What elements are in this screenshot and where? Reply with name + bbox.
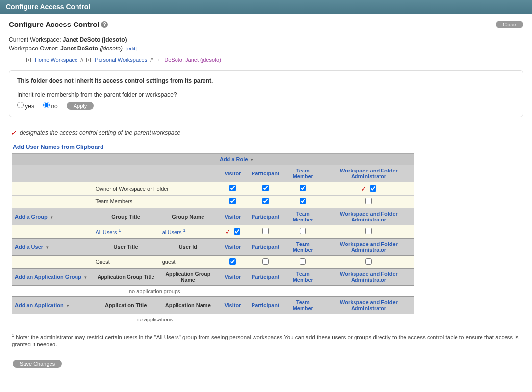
- expand-icon[interactable]: +: [26, 58, 31, 62]
- help-icon[interactable]: ?: [101, 21, 108, 28]
- guest-visitor-checkbox[interactable]: [229, 258, 236, 265]
- app-empty-row: --no applications--: [12, 314, 414, 325]
- group-section-header: Add a Group ▾ Group Title Group Name Vis…: [12, 208, 414, 225]
- user-title: Guest: [92, 255, 159, 268]
- role-visitor-header[interactable]: Visitor: [217, 165, 249, 182]
- sort-icon[interactable]: ▾: [46, 245, 49, 250]
- appgroup-section-header: Add an Application Group ▾ Application G…: [12, 268, 414, 285]
- role-admin-header[interactable]: Workspace and Folder Administrator: [324, 238, 414, 255]
- add-user-link[interactable]: Add a User: [15, 244, 43, 250]
- user-id: guest: [159, 255, 217, 268]
- team-participant-checkbox[interactable]: [262, 198, 269, 204]
- role-visitor-header[interactable]: Visitor: [217, 238, 249, 255]
- role-teammember-header[interactable]: Team Member: [282, 268, 324, 285]
- role-participant-header[interactable]: Participant: [249, 268, 282, 285]
- principal-label: Owner of Workspace or Folder: [92, 182, 216, 195]
- breadcrumb-current[interactable]: DeSoto, Janet (jdesoto): [164, 56, 221, 64]
- window-title: Configure Access Control: [6, 3, 90, 11]
- current-workspace-label: Current Workspace:: [9, 36, 61, 43]
- close-button[interactable]: Close: [496, 21, 523, 28]
- workspace-owner-user: (jdesoto): [100, 45, 123, 52]
- sort-icon[interactable]: ▾: [84, 275, 87, 280]
- expand-icon[interactable]: +: [86, 58, 91, 62]
- footnote-ref: 1: [119, 228, 121, 233]
- role-admin-header[interactable]: Workspace and Folder Administrator: [324, 208, 414, 225]
- allusers-visitor-checkbox[interactable]: [234, 228, 240, 235]
- breadcrumb-personal[interactable]: Personal Workspaces: [95, 56, 147, 64]
- role-teammember-header[interactable]: Team Member: [282, 296, 324, 314]
- owner-teammember-checkbox[interactable]: [300, 185, 306, 191]
- group-title-header: Group Title: [92, 208, 159, 225]
- role-visitor-header[interactable]: Visitor: [217, 268, 249, 285]
- page-content: Configure Access Control ? Close Current…: [0, 14, 532, 377]
- team-teammember-checkbox[interactable]: [300, 198, 306, 204]
- sort-icon[interactable]: ▾: [67, 303, 69, 308]
- title-row: Configure Access Control ? Close: [9, 20, 523, 28]
- role-participant-header[interactable]: Participant: [249, 165, 282, 182]
- appgroup-name-header: Application Group Name: [159, 268, 217, 285]
- legend-text: designates the access control setting of…: [20, 129, 180, 136]
- sort-icon[interactable]: ▾: [51, 215, 53, 220]
- role-visitor-header[interactable]: Visitor: [217, 208, 249, 225]
- allusers-teammember-checkbox[interactable]: [300, 228, 306, 234]
- inherit-panel: This folder does not inherit its access …: [9, 70, 523, 117]
- guest-teammember-checkbox[interactable]: [300, 258, 306, 265]
- role-visitor-header[interactable]: Visitor: [217, 296, 249, 314]
- user-id-header: User Id: [159, 238, 217, 255]
- app-empty-text: --no applications--: [92, 314, 216, 325]
- role-teammember-header[interactable]: Team Member: [282, 165, 324, 182]
- role-teammember-header[interactable]: Team Member: [282, 238, 324, 255]
- add-group-link[interactable]: Add a Group: [15, 214, 48, 220]
- current-workspace-value: Janet DeSoto (jdesoto): [63, 36, 127, 43]
- principal-row-owner: Owner of Workspace or Folder ✓: [12, 182, 414, 195]
- role-participant-header[interactable]: Participant: [249, 208, 282, 225]
- principal-label: Team Members: [92, 195, 216, 208]
- owner-admin-checkbox[interactable]: [370, 185, 376, 192]
- allusers-admin-checkbox[interactable]: [365, 228, 372, 234]
- breadcrumb: + Home Workspace // + Personal Workspace…: [26, 56, 523, 64]
- expand-icon[interactable]: +: [156, 58, 160, 62]
- workspace-owner-label: Workspace Owner:: [9, 45, 59, 52]
- allusers-participant-checkbox[interactable]: [262, 228, 269, 234]
- role-participant-header[interactable]: Participant: [249, 296, 282, 314]
- team-visitor-checkbox[interactable]: [229, 198, 236, 204]
- role-admin-header[interactable]: Workspace and Folder Administrator: [324, 268, 414, 285]
- add-appgroup-link[interactable]: Add an Application Group: [15, 274, 81, 280]
- apply-button[interactable]: Apply: [67, 102, 94, 110]
- workspace-meta: Current Workspace: Janet DeSoto (jdesoto…: [9, 35, 523, 64]
- team-admin-checkbox[interactable]: [365, 198, 372, 204]
- role-admin-header[interactable]: Workspace and Folder Administrator: [324, 165, 414, 182]
- guest-participant-checkbox[interactable]: [262, 258, 269, 265]
- user-section-header: Add a User ▾ User Title User Id Visitor …: [12, 238, 414, 255]
- role-participant-header[interactable]: Participant: [249, 238, 282, 255]
- group-title-link[interactable]: All Users: [95, 229, 117, 235]
- edit-owner-link[interactable]: [edit]: [126, 46, 137, 51]
- parent-checkmark-icon: ✓: [361, 185, 367, 193]
- add-from-clipboard-link[interactable]: Add User Names from Clipboard: [13, 144, 103, 150]
- add-role-link[interactable]: Add a Role: [220, 156, 248, 162]
- breadcrumb-home[interactable]: Home Workspace: [35, 56, 77, 64]
- save-row: Save Changes: [13, 360, 523, 368]
- app-section-header: Add an Application ▾ Application Title A…: [12, 296, 414, 314]
- role-columns-header: Visitor Participant Team Member Workspac…: [12, 165, 414, 182]
- legend-row: ✓ designates the access control setting …: [9, 129, 523, 137]
- workspace-owner-name: Janet DeSoto: [60, 45, 98, 52]
- page-title: Configure Access Control ?: [9, 20, 108, 28]
- page-title-text: Configure Access Control: [9, 20, 99, 28]
- parent-checkmark-icon: ✓: [225, 228, 231, 236]
- group-name-link[interactable]: allUsers: [162, 229, 182, 235]
- role-admin-header[interactable]: Workspace and Folder Administrator: [324, 296, 414, 314]
- owner-participant-checkbox[interactable]: [262, 185, 269, 191]
- add-role-header-row: Add a Role ▾: [12, 153, 414, 165]
- inherit-no-option[interactable]: no: [43, 102, 58, 110]
- add-app-link[interactable]: Add an Application: [15, 302, 64, 308]
- inherit-yes-option[interactable]: yes: [17, 102, 34, 110]
- inherit-no-radio[interactable]: [43, 102, 50, 108]
- sort-icon[interactable]: ▾: [251, 157, 253, 162]
- save-button[interactable]: Save Changes: [13, 360, 62, 368]
- owner-visitor-checkbox[interactable]: [229, 185, 236, 191]
- group-row-allusers: All Users 1 allUsers 1 ✓: [12, 225, 414, 238]
- inherit-yes-radio[interactable]: [17, 102, 24, 108]
- role-teammember-header[interactable]: Team Member: [282, 208, 324, 225]
- guest-admin-checkbox[interactable]: [365, 258, 372, 265]
